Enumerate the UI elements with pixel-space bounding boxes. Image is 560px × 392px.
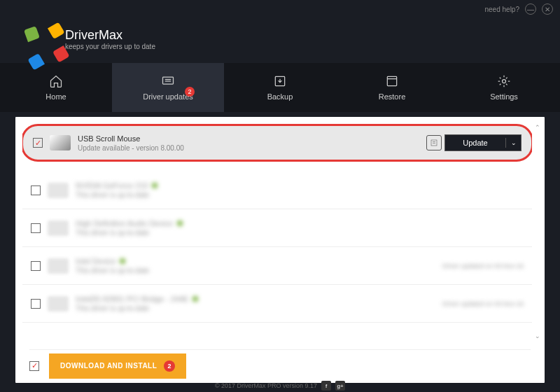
- update-button-label: Update: [445, 138, 505, 148]
- minimize-button[interactable]: —: [525, 4, 536, 15]
- driver-status: Update available - version 8.00.00: [78, 144, 419, 152]
- driver-row[interactable]: High Definition Audio DeviceThis driver …: [22, 209, 532, 247]
- updates-badge: 2: [185, 87, 195, 97]
- nav-label: Restore: [379, 92, 406, 101]
- nav-label: Backup: [267, 92, 293, 101]
- nav-home[interactable]: Home: [0, 63, 112, 112]
- titlebar: need help? — ✕: [0, 0, 560, 18]
- driver-status: This driver is up-to-date: [76, 191, 524, 199]
- driver-name: USB Scroll Mouse: [78, 134, 419, 143]
- google-plus-icon[interactable]: g+: [335, 381, 345, 391]
- nav-backup[interactable]: Backup: [224, 63, 336, 112]
- driver-list: ✓ USB Scroll Mouse Update available - ve…: [22, 122, 532, 344]
- status-dot-icon: [192, 296, 198, 302]
- status-dot-icon: [120, 258, 125, 264]
- checkbox[interactable]: [31, 261, 41, 271]
- checkbox[interactable]: [31, 299, 41, 309]
- content-panel: ✓ USB Scroll Mouse Update available - ve…: [15, 117, 545, 383]
- svg-rect-0: [163, 77, 174, 84]
- nav-driver-updates[interactable]: Driver updates 2: [112, 63, 224, 112]
- scrollbar[interactable]: ⌃ ⌄: [533, 124, 542, 341]
- driver-name: High Definition Audio Device: [76, 219, 173, 227]
- device-icon: [48, 220, 69, 236]
- driver-status: This driver is up-to-date: [76, 304, 435, 312]
- driver-row[interactable]: Intel DeviceThis driver is up-to-date Dr…: [22, 247, 532, 285]
- main-nav: Home Driver updates 2 Backup Restore Set…: [0, 63, 560, 112]
- footer: © 2017 DriverMax PRO version 9.17 f g+: [0, 381, 560, 391]
- driver-row[interactable]: Intel(R) 82801 PCI Bridge - 244EThis dri…: [22, 285, 532, 323]
- close-button[interactable]: ✕: [542, 4, 553, 15]
- download-install-button[interactable]: DOWNLOAD AND INSTALL 2: [49, 354, 186, 379]
- help-link[interactable]: need help?: [485, 6, 520, 13]
- home-icon: [49, 74, 63, 88]
- driver-status: This driver is up-to-date: [76, 229, 524, 237]
- driver-name: Intel Device: [76, 257, 115, 265]
- checkbox[interactable]: ✓: [33, 138, 43, 148]
- bottom-bar: ✓ DOWNLOAD AND INSTALL 2: [29, 349, 531, 377]
- gear-icon: [497, 74, 511, 88]
- mouse-icon: [50, 135, 71, 150]
- device-icon: [48, 183, 69, 198]
- updates-icon: [161, 74, 175, 88]
- update-button[interactable]: Update ⌄: [444, 134, 522, 151]
- driver-date: Driver updated on 03-Nov-16: [442, 300, 524, 307]
- status-dot-icon: [152, 183, 158, 188]
- install-badge: 2: [164, 360, 175, 372]
- nav-label: Home: [46, 92, 66, 101]
- svg-point-4: [503, 80, 506, 83]
- device-icon: [48, 296, 69, 312]
- facebook-icon[interactable]: f: [321, 381, 331, 391]
- nav-restore[interactable]: Restore: [336, 63, 448, 112]
- app-header: DriverMax keeps your drivers up to date: [0, 18, 560, 63]
- driver-name: NVIDIA GeForce 210: [76, 181, 148, 190]
- status-dot-icon: [177, 220, 183, 226]
- driver-name: Intel(R) 82801 PCI Bridge - 244E: [76, 295, 188, 303]
- checkbox[interactable]: [31, 223, 41, 233]
- device-icon: [48, 258, 69, 274]
- copyright-text: © 2017 DriverMax PRO version 9.17: [215, 382, 317, 389]
- driver-date: Driver updated on 03-Nov-16: [442, 262, 524, 270]
- nav-label: Settings: [490, 92, 518, 101]
- app-subtitle: keeps your drivers up to date: [65, 43, 155, 50]
- logo-icon: [24, 24, 55, 55]
- driver-status: This driver is up-to-date: [76, 267, 435, 274]
- checkbox[interactable]: [31, 186, 41, 195]
- driver-row[interactable]: NVIDIA GeForce 210This driver is up-to-d…: [22, 172, 532, 209]
- scroll-down-icon[interactable]: ⌄: [533, 332, 542, 341]
- driver-row-highlighted[interactable]: ✓ USB Scroll Mouse Update available - ve…: [22, 124, 532, 162]
- nav-settings[interactable]: Settings: [448, 63, 560, 112]
- app-title: DriverMax: [65, 28, 155, 43]
- svg-rect-5: [431, 140, 437, 146]
- backup-icon: [273, 74, 287, 88]
- select-all-checkbox[interactable]: ✓: [29, 361, 39, 371]
- install-label: DOWNLOAD AND INSTALL: [60, 362, 157, 370]
- scroll-up-icon[interactable]: ⌃: [533, 124, 542, 132]
- chevron-down-icon[interactable]: ⌄: [505, 138, 521, 148]
- details-icon[interactable]: [426, 135, 442, 150]
- restore-icon: [385, 74, 399, 88]
